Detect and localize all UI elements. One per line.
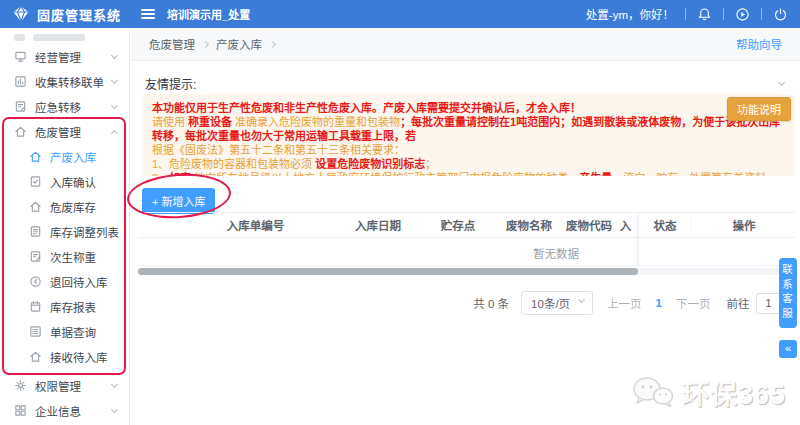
pagination: 共 0 条 10条/页 上一页 1 下一页 前往 页 [138,291,798,315]
watermark: 环保365 [630,373,786,412]
chevron-right-icon [269,40,276,47]
sidebar-item-company-info[interactable]: 企业信息 [0,398,129,423]
sidebar-item-business-mgmt[interactable]: 经营管理 [0,44,129,69]
current-page[interactable]: 1 [656,297,662,309]
sidebar-item-doc-query[interactable]: 单据查询 [0,319,129,344]
house-icon [14,125,27,138]
menu-collapse-icon[interactable] [141,9,155,19]
chevron-down-icon [578,296,585,303]
watermark-text: 环保365 [682,373,786,412]
bell-icon[interactable] [697,7,712,22]
top-header-bar: 固废管理系统 培训演示用_处置 处置-ym，你好！ [0,0,800,28]
sidebar-item-label: 企业信息 [35,403,81,419]
sidebar-item-inbound-confirm[interactable]: 入库确认 [0,169,129,194]
arrow-left-circle-icon [29,275,42,288]
tips-header[interactable]: 友情提示: [145,75,784,92]
sidebar-item-hazwaste-mgmt[interactable]: 危废管理 [0,119,129,144]
app-window: 固废管理系统 培训演示用_处置 处置-ym，你好！ 经营管理 [0,0,800,425]
breadcrumb-item[interactable]: 产废入库 [216,36,262,52]
divider [685,8,686,20]
monitor-icon [14,50,27,63]
table-body: 暂无数据 [138,238,638,266]
sidebar-item-label: 产废入库 [50,149,96,165]
goto-page-input[interactable] [756,293,782,314]
grid-icon [14,404,27,417]
calendar-icon [29,300,42,313]
app-title: 固废管理系统 [37,5,121,24]
chevron-right-icon [202,40,209,47]
sidebar-item-label: 危废管理 [35,124,81,140]
add-inbound-button[interactable]: + 新增入库 [142,188,215,214]
empty-table-text: 暂无数据 [533,245,579,261]
chevron-down-icon [111,380,118,387]
table-col-header: 废物名称 [493,217,565,233]
tips-title: 友情提示: [145,75,196,92]
next-page-button[interactable]: 下一页 [676,295,711,311]
chevron-down-icon [111,405,118,412]
table-fixed-columns: 状态 操作 [638,212,795,267]
chevron-down-icon [111,76,118,83]
pagination-total: 共 0 条 [473,295,509,311]
sidebar-item-receive-pending[interactable]: 接收待入库 [0,344,129,369]
wechat-icon [630,374,676,412]
sidebar-item-transfer-manifest[interactable]: 收集转移联单 [0,69,129,94]
bar-chart-icon [14,75,27,88]
scrollbar-thumb[interactable] [138,268,638,275]
sidebar-item-label: 应急转移 [35,99,81,115]
gear-icon [14,379,27,392]
power-icon[interactable] [773,7,788,22]
sidebar-item-label: 权限管理 [35,378,81,394]
sidebar-item-label: 经营管理 [35,49,81,65]
sidebar-item-label: 次生称重 [50,249,96,265]
sidebar-item-secondary-weighing[interactable]: 次生称重 [0,244,129,269]
divider [723,8,724,20]
contact-support-tab[interactable]: 联系客服 [779,258,797,328]
document-check-icon [29,175,42,188]
sidebar-item-permissions[interactable]: 权限管理 [0,373,129,398]
sidebar-item-hazwaste-stock[interactable]: 危废库存 [0,194,129,219]
sidebar-item-label: 单据查询 [50,324,96,340]
table-col-header-status: 状态 [639,217,691,233]
table-col-header-actions: 操作 [691,217,796,233]
sidebar-item-label: 入库确认 [50,174,96,190]
document-edit-icon [29,250,42,263]
horizontal-scrollbar[interactable] [138,268,795,275]
document-edit-icon [14,100,27,113]
sidebar-item-stock-report[interactable]: 库存报表 [0,294,129,319]
sidebar-item-label: 接收待入库 [50,349,108,365]
page-size-value: 10条/页 [531,298,570,310]
table-col-header: 入库单编号 [178,217,333,233]
goto-label: 前往 [727,295,750,311]
notice-box: 本功能仅用于生产性危废和非生产性危废入库。产废入库需要提交并确认后，才会入库！ … [142,94,795,176]
notice-line-3: 根据《固废法》第五十二条和第五十三条相关要求： [152,143,789,157]
page-size-select[interactable]: 10条/页 [521,291,593,315]
table-col-header: 贮存点 [423,217,493,233]
main-content: 友情提示: 本功能仅用于生产性危废和非生产性危废入库。产废入库需要提交并确认后，… [131,61,800,425]
workspace-title: 培训演示用_处置 [167,6,250,22]
chevron-down-icon [111,101,118,108]
help-guide-link[interactable]: 帮助向导 [736,36,782,52]
sidebar-item-label: 退回待入库 [50,274,108,290]
sidebar-item-label: 库存报表 [50,299,96,315]
sidebar-item-emergency-transfer[interactable]: 应急转移 [0,94,129,119]
function-description-button[interactable]: 功能说明 [727,97,791,121]
house-icon [29,150,42,163]
sidebar-item-label: 库存调整列表 [50,224,119,240]
chevron-down-icon [778,78,785,85]
sidebar-item-stock-adjust-list[interactable]: 库存调整列表 [0,219,129,244]
prev-page-button[interactable]: 上一页 [607,295,642,311]
sidebar-item-label: 收集转移联单 [35,74,104,90]
table-col-header: 入库日期 [333,217,423,233]
house-icon [29,350,42,363]
divider [761,8,762,20]
sidebar-item-waste-inbound[interactable]: 产废入库 [0,144,129,169]
sidebar-item-return-pending[interactable]: 退回待入库 [0,269,129,294]
breadcrumb-item[interactable]: 危废管理 [149,36,195,52]
house-icon [29,200,42,213]
table-header: 入库单编号 入库日期 贮存点 废物名称 废物代码 入 [138,212,638,238]
notice-line-2: 请使用 称重设备 准确录入危险废物的重量和包装物；每批次重量请控制在1吨范围内；… [152,115,789,143]
chevron-down-icon [111,51,118,58]
breadcrumb: 危废管理 产废入库 帮助向导 [131,28,800,61]
play-circle-icon[interactable] [735,7,750,22]
collapse-tab-button[interactable]: « [779,340,797,358]
